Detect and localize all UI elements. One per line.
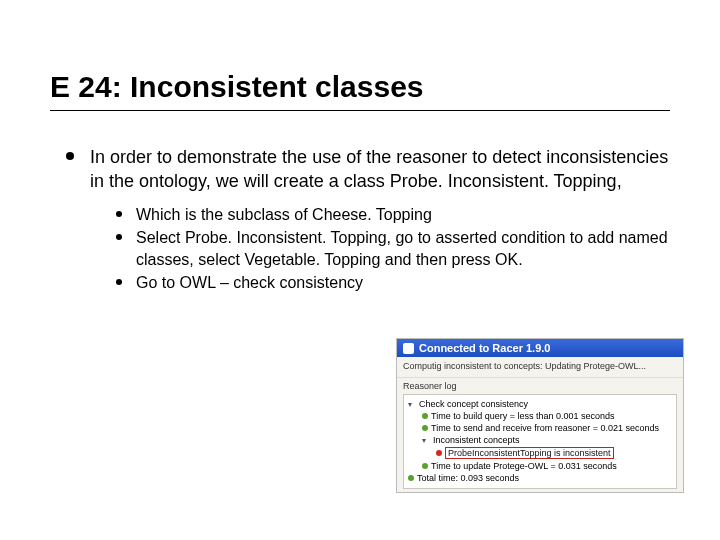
- tree-node: Time to send and receive from reasoner =…: [408, 422, 672, 434]
- bullet-icon: [422, 463, 428, 469]
- tree-node: ▾ Inconsistent concepts: [408, 434, 672, 446]
- bullet-icon: [422, 413, 428, 419]
- tree-node: Total time: 0.093 seconds: [408, 472, 672, 484]
- tree-node-label: Check concept consistency: [419, 399, 528, 409]
- tree-node-label: Inconsistent concepts: [433, 435, 520, 445]
- bullet-sub-3: Go to OWL – check consistency: [116, 272, 670, 294]
- tree-node-label: Time to build query = less than 0.001 se…: [431, 411, 615, 421]
- bullet-main: In order to demonstrate the use of the r…: [72, 145, 670, 294]
- tree-node-inconsistent: ProbeInconsistentTopping is inconsistent: [408, 446, 672, 460]
- log-section-label: Reasoner log: [403, 381, 677, 391]
- tree-node-label: Time to send and receive from reasoner =…: [431, 423, 659, 433]
- bullet-sub-1: Which is the subclass of Cheese. Topping: [116, 204, 670, 226]
- inconsistent-label: ProbeInconsistentTopping is inconsistent: [445, 447, 614, 459]
- error-icon: [436, 450, 442, 456]
- dialog-title: Connected to Racer 1.9.0: [419, 342, 550, 354]
- page-title: E 24: Inconsistent classes: [50, 70, 670, 111]
- tree-expander-icon: ▾: [408, 400, 416, 409]
- tree-node: Time to build query = less than 0.001 se…: [408, 410, 672, 422]
- dialog-status: Computig inconsistent to concepts: Updat…: [397, 357, 683, 378]
- bullet-icon: [408, 475, 414, 481]
- bullet-main-text: In order to demonstrate the use of the r…: [90, 147, 668, 191]
- dialog-titlebar: Connected to Racer 1.9.0: [397, 339, 683, 357]
- reasoner-log-tree: ▾ Check concept consistency Time to buil…: [403, 394, 677, 489]
- bullet-icon: [422, 425, 428, 431]
- reasoner-dialog: Connected to Racer 1.9.0 Computig incons…: [396, 338, 684, 493]
- dialog-icon: [403, 343, 414, 354]
- tree-node-label: Time to update Protege-OWL = 0.031 secon…: [431, 461, 617, 471]
- tree-node: ▾ Check concept consistency: [408, 398, 672, 410]
- tree-node-label: Total time: 0.093 seconds: [417, 473, 519, 483]
- bullet-sub-2: Select Probe. Inconsistent. Topping, go …: [116, 227, 670, 270]
- tree-node: Time to update Protege-OWL = 0.031 secon…: [408, 460, 672, 472]
- tree-expander-icon: ▾: [422, 436, 430, 445]
